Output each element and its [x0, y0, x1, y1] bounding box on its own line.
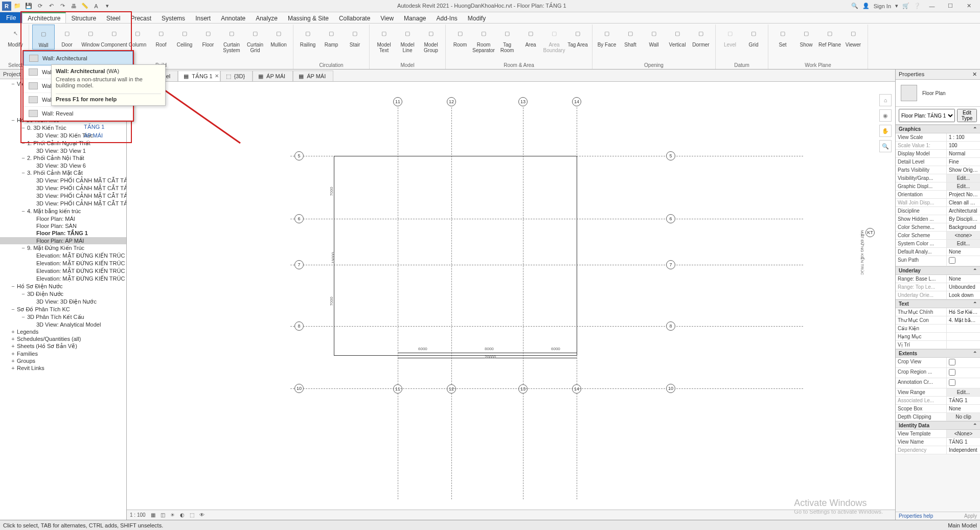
grid-bubble[interactable]: 5 — [666, 151, 675, 160]
prop-row[interactable]: DependencyIndependent — [896, 446, 980, 454]
viewer-tool[interactable]: ▢Viewer — [842, 25, 864, 49]
drawing-canvas[interactable]: ⌂ ◉ ✋ 🔍 1 : 100 ▦ ◫ ☀ ◐ ⬚ 👁 111112121313… — [127, 82, 895, 520]
help-icon[interactable]: ❔ — [914, 3, 921, 9]
tab-view[interactable]: View — [375, 12, 399, 23]
hide-isolate-icon[interactable]: 👁 — [199, 512, 204, 518]
tree-node[interactable]: −9. Mặt Đứng Kiến Trúc — [0, 244, 126, 252]
tab-annotate[interactable]: Annotate — [216, 12, 250, 23]
tree-node[interactable]: +Groups — [0, 357, 126, 364]
prop-row[interactable]: Visibility/Grap...Edit... — [896, 174, 980, 182]
properties-list[interactable]: Graphics⌃View Scale1 : 100Scale Value 1:… — [896, 125, 980, 512]
tree-node[interactable]: Elevation: MẶT ĐỨNG KIẾN TRÚC C-A — [0, 275, 126, 283]
prop-row[interactable]: View RangeEdit... — [896, 388, 980, 397]
file-menu[interactable]: File — [0, 12, 22, 23]
tree-node[interactable]: −0. 3D Kiến Trúc — [0, 124, 126, 132]
tree-node[interactable]: −Sơ Đồ Phân Tích KC — [0, 306, 126, 313]
tab-architecture[interactable]: Architecture — [22, 12, 66, 23]
ceiling-tool[interactable]: ▢Ceiling — [173, 25, 196, 49]
mullion-tool[interactable]: ▢Mullion — [267, 25, 290, 49]
instance-selector[interactable]: Floor Plan: TẦNG 1 — [899, 109, 955, 122]
tree-node[interactable]: −3D Phân Tích Kết Cấu — [0, 313, 126, 321]
plan-link[interactable]: ÁP MÁI — [84, 131, 104, 140]
view-tab[interactable]: ▦TẦNG 1✕ — [178, 71, 220, 81]
grid-bubble[interactable]: 13 — [518, 384, 528, 394]
grid-line-v[interactable] — [451, 102, 452, 499]
tree-node[interactable]: −1. Phối Cảnh Ngoại Thất — [0, 140, 126, 147]
curtain-grid-tool[interactable]: ▢Curtain Grid — [244, 25, 266, 54]
maximize-button[interactable]: ☐ — [943, 1, 958, 11]
grid-bubble[interactable]: 14 — [572, 384, 581, 394]
tree-node[interactable]: −3. Phối Cảnh Mặt Cắt — [0, 169, 126, 177]
grid-line-v[interactable] — [523, 102, 523, 499]
tree-node[interactable]: +Legends — [0, 328, 126, 335]
tab-insert[interactable]: Insert — [190, 12, 216, 23]
column-tool[interactable]: ▢Column — [126, 25, 149, 49]
prop-checkbox[interactable] — [949, 359, 955, 365]
tree-node[interactable]: 3D View: 3D View 1 — [0, 147, 126, 154]
tree-node[interactable]: Elevation: MẶT ĐỨNG KIẾN TRÚC 1-5 — [0, 252, 126, 260]
tag-area-tool[interactable]: ▢Tag Area — [566, 25, 589, 49]
prop-group-header[interactable]: Underlay⌃ — [896, 266, 980, 275]
wall-line[interactable] — [577, 156, 577, 355]
minimize-button[interactable]: — — [925, 1, 939, 11]
qat-measure-icon[interactable]: 📏 — [80, 1, 90, 11]
user-icon[interactable]: 👤 — [862, 3, 870, 9]
grid-bubble[interactable]: 6 — [666, 214, 675, 223]
properties-apply-button[interactable]: Apply — [964, 513, 977, 519]
grid-bubble[interactable]: 12 — [447, 97, 456, 106]
tab-structure[interactable]: Structure — [66, 12, 101, 23]
tree-node[interactable]: Floor Plan: ÁP MÁI — [0, 237, 126, 244]
component-tool[interactable]: ▢Component — [103, 25, 125, 49]
sun-path-icon[interactable]: ☀ — [170, 512, 175, 518]
crop-icon[interactable]: ⬚ — [190, 512, 194, 518]
project-browser-tree[interactable]: −ViewsStructural Plan: MÁIStructural Pla… — [0, 79, 126, 520]
qat-text-icon[interactable]: A — [91, 1, 101, 11]
signin-link[interactable]: Sign In — [874, 3, 891, 9]
wall-tool[interactable]: ▢Wall — [643, 25, 665, 49]
room-tool[interactable]: ▢Room — [449, 25, 471, 49]
model-group-tool[interactable]: ▢Model Group — [420, 25, 442, 54]
prop-row[interactable]: Range: Base L...None — [896, 275, 980, 283]
close-tab-icon[interactable]: ✕ — [215, 73, 219, 79]
prop-row[interactable]: Display ModelNormal — [896, 150, 980, 158]
prop-row[interactable]: Thư Mục Con4. Mặt bằng ki — [896, 316, 980, 325]
tab-modify[interactable]: Modify — [463, 12, 491, 23]
prop-row[interactable]: Annotation Cr... — [896, 378, 980, 388]
shadows-icon[interactable]: ◐ — [180, 512, 185, 518]
prop-row[interactable]: Show Hidden ...By Discipline — [896, 215, 980, 223]
set-tool[interactable]: ▢Set — [771, 25, 794, 49]
tree-node[interactable]: 3D View: PHỐI CẢNH MẶT CẮT TẦNG 1 — [0, 177, 126, 185]
prop-row[interactable]: View Scale1 : 100 — [896, 133, 980, 142]
ramp-tool[interactable]: ▢Ramp — [320, 25, 343, 49]
tree-node[interactable]: 3D View: PHỐI CẢNH MẶT CẮT TẦNG 3 — [0, 192, 126, 200]
shaft-tool[interactable]: ▢Shaft — [619, 25, 642, 49]
tree-node[interactable]: −Hồ Sơ Điện Nước — [0, 283, 126, 290]
roof-tool[interactable]: ▢Roof — [150, 25, 172, 49]
wall-line[interactable] — [398, 353, 577, 353]
view-tab[interactable]: ⬚{3D} — [220, 71, 253, 81]
modify-tool[interactable]: ↖ Modify — [5, 25, 26, 49]
tree-node[interactable]: 3D View: 3D View 6 — [0, 162, 126, 169]
tree-node[interactable]: Elevation: MẶT ĐỨNG KIẾN TRÚC A-C — [0, 267, 126, 275]
tab-collaborate[interactable]: Collaborate — [334, 12, 375, 23]
ref-plane-tool[interactable]: ▢Ref Plane — [818, 25, 841, 49]
nav-pan-icon[interactable]: ✋ — [879, 125, 892, 137]
grid-bubble[interactable]: 12 — [447, 384, 456, 394]
search-icon[interactable]: 🔍 — [851, 3, 858, 9]
tree-node[interactable]: 3D View: PHỐI CẢNH MẶT CẮT TẦNG 4 — [0, 200, 126, 208]
area-tool[interactable]: ▢Area — [519, 25, 542, 49]
wall-option-4[interactable]: Wall: Reveal — [24, 107, 133, 121]
properties-help-link[interactable]: Properties help — [899, 513, 933, 519]
grid-bubble[interactable]: 14 — [572, 97, 581, 106]
prop-row[interactable]: Thư Mục ChínhHồ Sơ Kiến Trúc — [896, 308, 980, 316]
grid-line-h[interactable] — [290, 388, 803, 389]
prop-row[interactable]: Depth ClippingNo clip — [896, 413, 980, 421]
model-text-tool[interactable]: ▢Model Text — [373, 25, 395, 54]
grid-bubble[interactable]: 8 — [294, 321, 304, 331]
nav-zoom-icon[interactable]: 🔍 — [879, 140, 892, 152]
vertical-tool[interactable]: ▢Vertical — [666, 25, 689, 49]
grid-bubble[interactable]: 5 — [294, 151, 304, 160]
prop-row[interactable]: Detail LevelFine — [896, 158, 980, 166]
cart-icon[interactable]: 🛒 — [902, 3, 909, 9]
grid-line-h[interactable] — [290, 265, 803, 265]
